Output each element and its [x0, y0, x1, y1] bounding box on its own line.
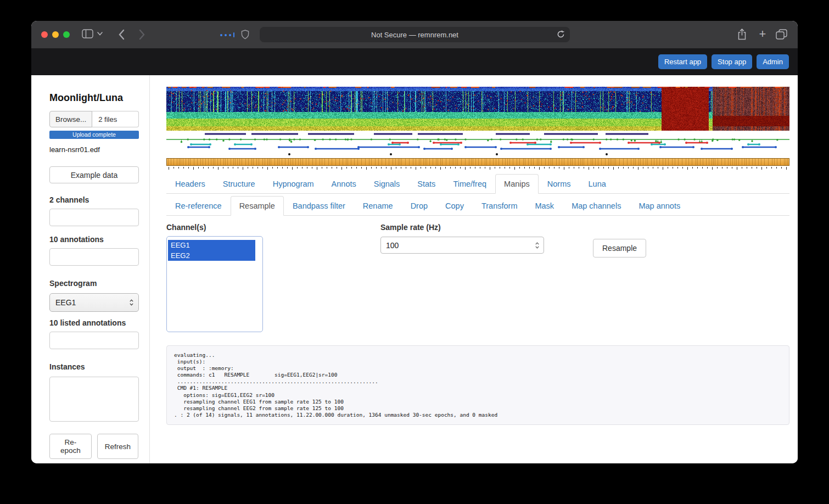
- sample-rate-input[interactable]: 100: [380, 237, 544, 254]
- upload-progress-bar: Upload complete: [49, 131, 139, 139]
- reload-icon[interactable]: [557, 30, 565, 41]
- subtab-re-reference[interactable]: Re-reference: [166, 196, 231, 216]
- channel-option-eeg1[interactable]: EEG1: [168, 240, 255, 250]
- tab-structure[interactable]: Structure: [214, 174, 264, 194]
- channel-listbox[interactable]: EEG1 EEG2: [166, 236, 263, 332]
- console-line: ........................................…: [174, 378, 782, 385]
- sample-rate-group: Sample rate (Hz) 100: [380, 223, 544, 254]
- subtab-bandpass-filter[interactable]: Bandpass filter: [284, 196, 354, 216]
- sidebar-toggle-icon[interactable]: [82, 29, 93, 38]
- browser-titlebar: Not Secure — remnrem.net +: [31, 21, 798, 48]
- tab-signals[interactable]: Signals: [365, 174, 409, 194]
- spectrogram-select-value: EEG1: [55, 298, 76, 307]
- url-text: Not Secure — remnrem.net: [371, 31, 458, 39]
- spectrogram-plot[interactable]: [166, 87, 789, 131]
- channel-option-eeg2[interactable]: EEG2: [168, 250, 255, 261]
- extension-dots-icon[interactable]: [220, 32, 234, 37]
- annotations-input[interactable]: [49, 248, 139, 266]
- console-line: . : 2 (of 14) signals, 11 annotations, 1…: [174, 412, 782, 418]
- subtab-mask[interactable]: Mask: [526, 196, 563, 216]
- safari-window: Not Secure — remnrem.net + Restart app S…: [31, 21, 798, 463]
- console-line: commands: c1 RESAMPLE sig=EEG1,EEG2|sr=1…: [174, 372, 782, 378]
- sample-rate-value: 100: [386, 241, 399, 250]
- loaded-file-name: learn-nsrr01.edf: [49, 145, 138, 154]
- main-tab-bar: Headers Structure Hypnogram Annots Signa…: [166, 174, 789, 194]
- restart-app-button[interactable]: Restart app: [658, 54, 707, 69]
- spectrogram-channel-select[interactable]: EEG1: [49, 293, 139, 312]
- listed-annotations-heading: 10 listed annotations: [49, 318, 138, 327]
- forward-button[interactable]: [139, 29, 145, 40]
- console-line: resampling channel EEG2 from sample rate…: [174, 405, 782, 412]
- spectrogram-heading: Spectrogram: [49, 279, 138, 288]
- tab-luna[interactable]: Luna: [580, 174, 615, 194]
- zoom-window-button[interactable]: [63, 31, 70, 38]
- manips-subtab-bar: Re-reference Resample Bandpass filter Re…: [166, 196, 789, 216]
- subtab-copy[interactable]: Copy: [436, 196, 473, 216]
- subtab-rename[interactable]: Rename: [354, 196, 402, 216]
- console-line: evaluating...: [174, 352, 782, 359]
- tab-overview-icon[interactable]: [776, 29, 787, 40]
- subtab-map-annots[interactable]: Map annots: [630, 196, 689, 216]
- address-bar[interactable]: Not Secure — remnrem.net: [260, 27, 570, 42]
- app-title: Moonlight/Luna: [49, 92, 138, 104]
- tab-time-freq[interactable]: Time/freq: [444, 174, 495, 194]
- sample-rate-label: Sample rate (Hz): [380, 223, 544, 232]
- tab-annots[interactable]: Annots: [323, 174, 365, 194]
- refresh-button[interactable]: Refresh: [97, 434, 138, 459]
- example-data-button[interactable]: Example data: [49, 166, 139, 183]
- tab-headers[interactable]: Headers: [166, 174, 214, 194]
- resample-button[interactable]: Resample: [593, 239, 646, 257]
- select-stepper-icon: [129, 299, 134, 306]
- share-icon[interactable]: [737, 29, 747, 40]
- admin-button[interactable]: Admin: [757, 54, 789, 69]
- page-content: Moonlight/Luna Browse... 2 files Upload …: [31, 75, 798, 463]
- subtab-drop[interactable]: Drop: [402, 196, 436, 216]
- epoch-ruler-band[interactable]: [166, 158, 789, 170]
- app-header: Restart app Stop app Admin: [31, 48, 798, 75]
- back-button[interactable]: [118, 29, 125, 40]
- sidebar: Moonlight/Luna Browse... 2 files Upload …: [31, 75, 150, 463]
- instances-heading: Instances: [49, 362, 138, 371]
- luna-console-output: evaluating... input(s): output : :memory…: [166, 345, 789, 425]
- privacy-shield-icon[interactable]: [241, 30, 249, 40]
- file-upload-group: Browse... 2 files: [49, 111, 139, 127]
- new-tab-icon[interactable]: +: [756, 27, 769, 41]
- tab-norms[interactable]: Norms: [539, 174, 580, 194]
- close-window-button[interactable]: [41, 31, 48, 38]
- channels-heading: 2 channels: [49, 195, 138, 204]
- file-count-field[interactable]: 2 files: [92, 111, 139, 127]
- sidebar-button-row: Re-epoch Refresh: [49, 434, 138, 459]
- console-line: input(s):: [174, 359, 782, 365]
- tab-manips[interactable]: Manips: [495, 174, 539, 194]
- console-line: resampling channel EEG1 from sample rate…: [174, 399, 782, 405]
- main-panel: Headers Structure Hypnogram Annots Signa…: [150, 75, 798, 463]
- channels-input[interactable]: [49, 209, 139, 226]
- minimize-window-button[interactable]: [52, 31, 59, 38]
- sidebar-menu-chevron-icon[interactable]: [97, 32, 103, 36]
- subtab-map-channels[interactable]: Map channels: [563, 196, 630, 216]
- resample-form: Channel(s) EEG1 EEG2 Sample rate (Hz) 10…: [166, 223, 789, 334]
- subtab-transform[interactable]: Transform: [473, 196, 526, 216]
- console-line: CMD #1: RESAMPLE: [174, 385, 782, 391]
- annotation-tracks-plot[interactable]: [166, 132, 789, 158]
- console-line: options: sig=EEG1,EEG2 sr=100: [174, 392, 782, 399]
- subtab-resample[interactable]: Resample: [231, 196, 284, 216]
- number-stepper-icon[interactable]: [535, 242, 540, 249]
- instances-textarea[interactable]: [49, 377, 139, 422]
- stop-app-button[interactable]: Stop app: [712, 54, 752, 69]
- console-line: output : :memory:: [174, 365, 782, 372]
- browse-button[interactable]: Browse...: [49, 111, 92, 127]
- listed-annotations-input[interactable]: [49, 332, 139, 349]
- tab-stats[interactable]: Stats: [408, 174, 444, 194]
- tab-hypnogram[interactable]: Hypnogram: [264, 174, 323, 194]
- re-epoch-button[interactable]: Re-epoch: [49, 434, 92, 459]
- annotations-heading: 10 annotations: [49, 235, 138, 244]
